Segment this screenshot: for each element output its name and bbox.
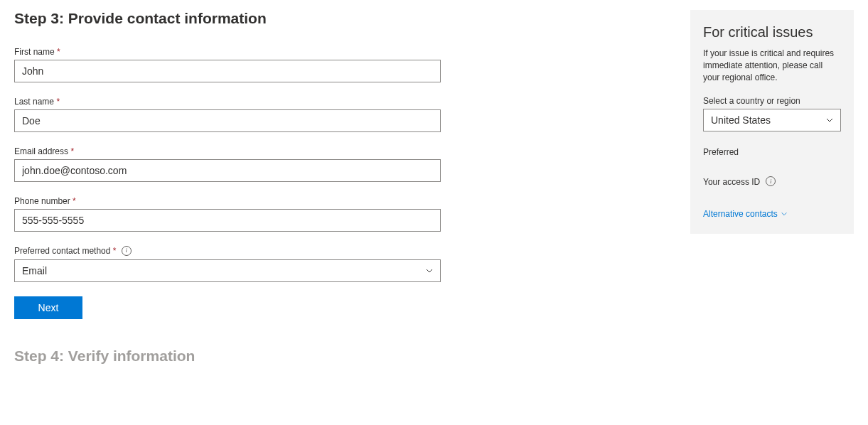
step3-heading: Step 3: Provide contact information	[14, 10, 441, 27]
preferred-label: Preferred	[703, 147, 841, 157]
contact-method-select[interactable]	[14, 259, 441, 282]
country-label: Select a country or region	[703, 96, 841, 106]
first-name-label: First name *	[14, 47, 441, 57]
info-icon[interactable]: i	[122, 246, 132, 256]
field-phone: Phone number *	[14, 196, 441, 232]
phone-input[interactable]	[14, 209, 441, 232]
email-label: Email address *	[14, 146, 441, 156]
last-name-label: Last name *	[14, 97, 441, 107]
alternative-contacts-link[interactable]: Alternative contacts	[703, 209, 788, 219]
chevron-down-icon	[781, 210, 788, 217]
phone-label: Phone number *	[14, 196, 441, 206]
last-name-input[interactable]	[14, 109, 441, 132]
access-id-row: Your access ID i	[703, 177, 841, 187]
country-select[interactable]	[703, 109, 841, 131]
critical-issues-sidebar: For critical issues If your issue is cri…	[690, 10, 854, 234]
contact-method-value[interactable]	[14, 259, 441, 282]
next-button[interactable]: Next	[14, 296, 82, 319]
field-first-name: First name *	[14, 47, 441, 82]
contact-form-main: Step 3: Provide contact information Firs…	[14, 10, 441, 365]
contact-method-label: Preferred contact method * i	[14, 246, 441, 257]
field-last-name: Last name *	[14, 97, 441, 132]
sidebar-description: If your issue is critical and requires i…	[703, 48, 841, 83]
access-id-label: Your access ID	[703, 177, 760, 187]
field-email: Email address *	[14, 146, 441, 182]
first-name-input[interactable]	[14, 60, 441, 82]
sidebar-heading: For critical issues	[703, 24, 841, 41]
field-contact-method: Preferred contact method * i	[14, 246, 441, 282]
info-icon[interactable]: i	[766, 176, 776, 186]
country-value[interactable]	[703, 109, 841, 131]
email-input[interactable]	[14, 159, 441, 182]
step4-heading: Step 4: Verify information	[14, 348, 441, 365]
